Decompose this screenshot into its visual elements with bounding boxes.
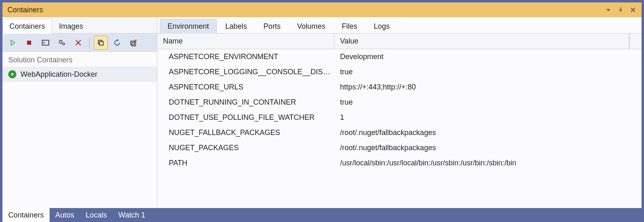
titlebar: Containers — [2, 2, 642, 17]
close-icon[interactable] — [628, 5, 637, 14]
env-name: NUGET_PACKAGES — [157, 144, 334, 152]
env-name: ASPNETCORE_LOGGING__CONSOLE__DISABLECOLO… — [157, 68, 334, 76]
main-area: Environment Labels Ports Volumes Files L… — [157, 17, 642, 208]
main-tab-label: Labels — [225, 22, 247, 30]
table-row[interactable]: NUGET_PACKAGES/root/.nuget/fallbackpacka… — [157, 140, 642, 156]
content-area: Containers Images — [2, 17, 642, 208]
table-row[interactable]: DOTNET_RUNNING_IN_CONTAINERtrue — [157, 95, 642, 110]
deploy-button[interactable] — [127, 36, 141, 50]
window-title: Containers — [7, 6, 601, 14]
env-value: https://+:443;http://+:80 — [334, 83, 642, 92]
sidebar-tab-containers[interactable]: Containers — [2, 19, 52, 34]
env-value: /usr/local/sbin:/usr/local/bin:/usr/sbin… — [334, 159, 642, 167]
bottom-tab-label: Containers — [8, 211, 44, 220]
main-tab-label: Files — [342, 22, 357, 30]
env-value: true — [334, 68, 642, 76]
refresh-button[interactable] — [110, 36, 124, 50]
env-name: PATH — [157, 159, 334, 167]
delete-button[interactable] — [71, 36, 85, 50]
env-name: NUGET_FALLBACK_PACKAGES — [157, 128, 334, 137]
column-header-spacer — [629, 34, 642, 49]
env-value: /root/.nuget/fallbackpackages — [334, 128, 642, 137]
main-tab-label: Volumes — [297, 22, 325, 30]
svg-rect-1 — [42, 40, 49, 45]
env-value: true — [334, 98, 642, 107]
grid-body: ASPNETCORE_ENVIRONMENTDevelopmentASPNETC… — [157, 49, 642, 208]
env-value: /root/.nuget/fallbackpackages — [334, 144, 642, 152]
sidebar-toolbar — [2, 34, 157, 52]
pin-icon[interactable] — [616, 5, 625, 14]
column-header-name[interactable]: Name — [157, 34, 334, 49]
table-row[interactable]: ASPNETCORE_LOGGING__CONSOLE__DISABLECOLO… — [157, 64, 642, 80]
copy-button[interactable] — [94, 36, 108, 50]
main-tab-label: Ports — [263, 22, 281, 30]
tab-volumes[interactable]: Volumes — [289, 19, 333, 34]
table-row[interactable]: NUGET_FALLBACK_PACKAGES/root/.nuget/fall… — [157, 125, 642, 140]
table-row[interactable]: DOTNET_USE_POLLING_FILE_WATCHER1 — [157, 110, 642, 125]
main-tab-label: Logs — [374, 22, 390, 30]
toolbar-separator — [89, 37, 90, 48]
bottom-tab-locals[interactable]: Locals — [80, 208, 113, 222]
sidebar-tab-label: Images — [59, 22, 83, 30]
bottom-tab-containers[interactable]: Containers — [2, 208, 50, 222]
bottom-tabs: Containers Autos Locals Watch 1 — [2, 208, 642, 222]
sidebar-section-header: Solution Containers — [2, 52, 157, 67]
table-row[interactable]: ASPNETCORE_URLShttps://+:443;http://+:80 — [157, 80, 642, 95]
settings-button[interactable] — [55, 36, 69, 50]
tab-logs[interactable]: Logs — [366, 19, 397, 34]
bottom-tab-autos[interactable]: Autos — [50, 208, 80, 222]
container-item-label: WebApplication-Docker — [20, 70, 98, 79]
env-value: 1 — [334, 113, 642, 122]
main-tabs: Environment Labels Ports Volumes Files L… — [157, 17, 642, 34]
tab-labels[interactable]: Labels — [218, 19, 255, 34]
grid-header: Name Value — [157, 34, 642, 49]
tab-files[interactable]: Files — [334, 19, 365, 34]
env-value: Development — [334, 53, 642, 61]
env-name: ASPNETCORE_URLS — [157, 83, 334, 92]
table-row[interactable]: ASPNETCORE_ENVIRONMENTDevelopment — [157, 49, 642, 64]
bottom-tab-label: Autos — [55, 211, 74, 220]
play-button[interactable] — [6, 36, 20, 50]
svg-rect-0 — [27, 41, 31, 45]
env-name: ASPNETCORE_ENVIRONMENT — [157, 53, 334, 61]
column-header-value[interactable]: Value — [334, 34, 629, 49]
sidebar-tab-label: Containers — [9, 22, 45, 30]
sidebar-tabs: Containers Images — [2, 17, 157, 34]
stop-button[interactable] — [22, 36, 36, 50]
container-list: WebApplication-Docker — [2, 67, 157, 208]
bottom-tab-label: Watch 1 — [118, 211, 145, 220]
bottom-tab-label: Locals — [86, 211, 107, 220]
table-row[interactable]: PATH/usr/local/sbin:/usr/local/bin:/usr/… — [157, 156, 642, 171]
svg-rect-5 — [100, 41, 103, 45]
svg-rect-7 — [132, 42, 136, 46]
svg-rect-6 — [131, 41, 134, 45]
main-tab-label: Environment — [168, 22, 209, 30]
containers-panel: Containers Containers Images — [2, 2, 642, 222]
sidebar-tab-images[interactable]: Images — [52, 19, 90, 34]
container-item[interactable]: WebApplication-Docker — [2, 67, 157, 82]
bottom-tab-watch1[interactable]: Watch 1 — [113, 208, 151, 222]
window-menu-dropdown-icon[interactable] — [604, 5, 613, 14]
env-name: DOTNET_USE_POLLING_FILE_WATCHER — [157, 113, 334, 122]
terminal-button[interactable] — [39, 36, 52, 50]
running-icon — [8, 70, 16, 78]
tab-environment[interactable]: Environment — [160, 19, 217, 34]
tab-ports[interactable]: Ports — [256, 19, 288, 34]
sidebar: Containers Images — [2, 17, 157, 208]
env-name: DOTNET_RUNNING_IN_CONTAINER — [157, 98, 334, 107]
